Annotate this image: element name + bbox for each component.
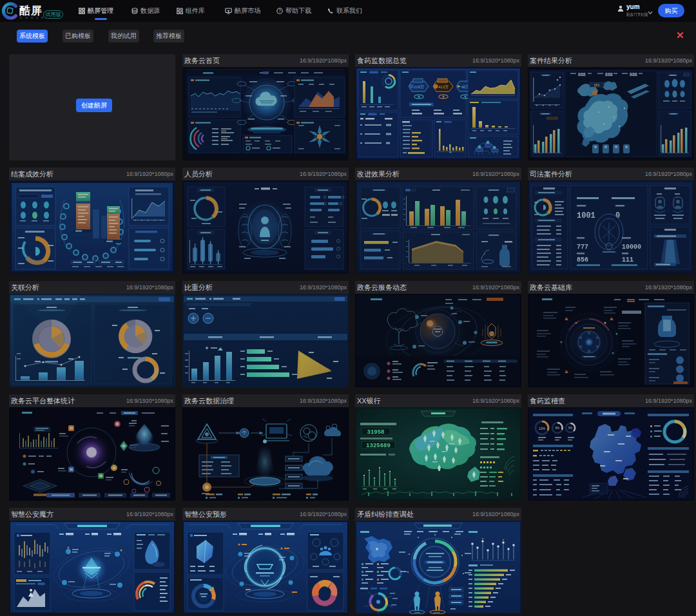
- svg-text:856: 856: [577, 256, 588, 264]
- svg-text:?: ?: [278, 8, 281, 13]
- svg-text:12%: 12%: [539, 427, 546, 430]
- svg-text:5%: 5%: [568, 427, 573, 430]
- svg-text:218万: 218万: [414, 85, 424, 89]
- svg-text:1001: 1001: [577, 211, 595, 220]
- svg-text:10000: 10000: [622, 244, 641, 251]
- svg-text:31958: 31958: [367, 429, 384, 436]
- svg-text:888: 888: [594, 83, 600, 87]
- svg-text:888: 888: [630, 72, 637, 77]
- svg-text:8%: 8%: [556, 427, 560, 430]
- svg-text:1325689: 1325689: [366, 443, 391, 449]
- svg-text:888: 888: [605, 72, 613, 77]
- svg-text:777: 777: [577, 244, 588, 251]
- svg-text:413万: 413万: [438, 85, 449, 89]
- svg-text:0: 0: [615, 211, 620, 220]
- svg-text:888: 888: [578, 72, 586, 77]
- svg-text:111: 111: [622, 256, 633, 264]
